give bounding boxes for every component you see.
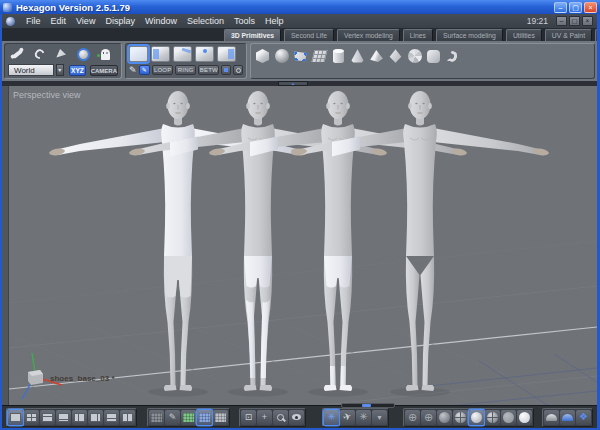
primitive-rounded-cube-button[interactable] (425, 46, 442, 66)
layout-left-main-button[interactable] (72, 410, 87, 425)
jack-widget-button[interactable]: ✳ (356, 410, 371, 425)
flower-icon: ❖ (579, 412, 588, 422)
dome-blue-button[interactable] (560, 410, 575, 425)
primitive-geodesic-button[interactable] (406, 46, 423, 66)
menu-file[interactable]: File (21, 16, 46, 26)
primitive-pyramid-button[interactable] (368, 46, 385, 66)
tab-3d-primitives[interactable]: 3D Primitives (224, 29, 281, 41)
shading-smooth-wire-button[interactable] (485, 410, 500, 425)
menu-tools[interactable]: Tools (229, 16, 260, 26)
shading-smooth-button[interactable] (469, 410, 484, 425)
xyz-button[interactable]: XYZ (69, 65, 86, 76)
grid-plain-button[interactable] (213, 410, 228, 425)
child-restore-button[interactable]: ▢ (569, 16, 580, 26)
layout-single-button[interactable] (8, 410, 23, 425)
soft-select-button[interactable] (74, 46, 92, 63)
primitive-cube-button[interactable] (254, 46, 271, 66)
shrink-selection-button[interactable] (233, 65, 243, 75)
primitive-facet-button[interactable] (292, 46, 309, 66)
scene-3d[interactable] (9, 86, 597, 405)
child-close-button[interactable]: × (582, 16, 593, 26)
visibility-button[interactable] (289, 410, 304, 425)
perspective-viewport[interactable]: Perspective view shoes_base_03 * (2, 86, 597, 405)
mode-face-button[interactable] (151, 46, 170, 62)
tab-vertex-modeling[interactable]: Vertex modeling (337, 29, 400, 41)
grid-active-button[interactable] (197, 410, 212, 425)
menu-window[interactable]: Window (140, 16, 182, 26)
axes-widget-button[interactable]: ✳ (324, 410, 339, 425)
space-selector[interactable]: World (8, 64, 54, 76)
pan-button[interactable]: + (257, 410, 272, 425)
fit-view-button[interactable]: ⊡ (241, 410, 256, 425)
tab-utilities[interactable]: Utilities (506, 29, 542, 41)
view-nav-group: ⊡ + (239, 408, 306, 427)
menu-view[interactable]: View (71, 16, 100, 26)
document-icon[interactable] (6, 17, 15, 26)
primitive-curve-button[interactable] (444, 46, 461, 66)
layout-right-main-button[interactable] (88, 410, 103, 425)
shading-wireframe-button[interactable]: ⊕ (405, 410, 420, 425)
close-button[interactable]: × (584, 2, 597, 13)
viewport-edge-strip (2, 86, 9, 405)
zoom-slider[interactable] (341, 403, 395, 408)
drop-widget-button[interactable]: ▼ (372, 410, 387, 425)
child-minimize-button[interactable]: – (556, 16, 567, 26)
facet-tool-button[interactable] (52, 46, 70, 63)
ghost-mode-button[interactable] (96, 46, 114, 63)
plane-icon: ✈ (342, 411, 353, 423)
tab-lines[interactable]: Lines (403, 29, 433, 41)
menu-display[interactable]: Display (100, 16, 140, 26)
tab-uv-paint[interactable]: UV & Paint (545, 29, 592, 41)
menu-selection[interactable]: Selection (182, 16, 229, 26)
clock-display: 19:21 (527, 16, 548, 26)
ring-button[interactable]: RING (175, 65, 196, 75)
mode-auto-button[interactable] (217, 46, 236, 62)
shading-bright-button[interactable] (517, 410, 532, 425)
title-bar[interactable]: Hexagon Version 2.5.1.79 – ▢ × (0, 0, 600, 14)
axes-flower-button[interactable]: ❖ (576, 410, 591, 425)
layout-group (6, 408, 137, 427)
menu-edit[interactable]: Edit (46, 16, 72, 26)
chevron-down-icon[interactable]: ▾ (56, 64, 65, 76)
menu-help[interactable]: Help (260, 16, 289, 26)
layout-rows-button[interactable] (104, 410, 119, 425)
bone-tool-button[interactable] (8, 46, 26, 63)
grow-selection-button[interactable] (221, 65, 231, 75)
minimize-button[interactable]: – (554, 2, 567, 13)
between-button[interactable]: BETW (198, 65, 219, 75)
mode-point-button[interactable] (195, 46, 214, 62)
tab-surface-modeling[interactable]: Surface modeling (436, 29, 503, 41)
layout-top-main-button[interactable] (40, 410, 55, 425)
object-name-label[interactable]: shoes_base_03 * (50, 374, 115, 383)
primitive-diamond-button[interactable] (387, 46, 404, 66)
layout-cols-button[interactable] (120, 410, 135, 425)
primitive-sphere-button[interactable] (273, 46, 290, 66)
camera-button[interactable]: CAMERA (90, 65, 118, 76)
curve-tool-button[interactable] (30, 46, 48, 63)
uv-grid-button[interactable] (149, 410, 164, 425)
plane-widget-button[interactable]: ✈ (340, 410, 355, 425)
shading-flat-button[interactable] (501, 410, 516, 425)
maximize-button[interactable]: ▢ (569, 2, 582, 13)
shading-shaded-wire-button[interactable] (453, 410, 468, 425)
zoom-button[interactable] (273, 410, 288, 425)
tab-second-life[interactable]: Second Life (284, 29, 334, 41)
loop-button[interactable]: LOOP (152, 65, 173, 75)
slider-thumb[interactable] (362, 404, 371, 407)
dome-gray-button[interactable] (544, 410, 559, 425)
paint-button[interactable]: ✎ (165, 410, 180, 425)
uv-edit-button[interactable]: ✎ (139, 65, 151, 75)
primitive-cylinder-button[interactable] (330, 46, 347, 66)
primitive-grid-button[interactable] (311, 46, 328, 66)
layout-bottom-main-button[interactable] (56, 410, 71, 425)
shading-hidden-line-button[interactable]: ⊕ (421, 410, 436, 425)
shading-dark-button[interactable] (437, 410, 452, 425)
grid-colored-button[interactable] (181, 410, 196, 425)
mode-object-button[interactable] (129, 46, 148, 62)
tab-custom[interactable]: Cust (595, 29, 597, 41)
ghost-icon (101, 49, 110, 60)
pen-tool-button[interactable]: ✎ (129, 65, 137, 75)
mode-edge-button[interactable] (173, 46, 192, 62)
primitive-cone-button[interactable] (349, 46, 366, 66)
layout-quad-button[interactable] (24, 410, 39, 425)
